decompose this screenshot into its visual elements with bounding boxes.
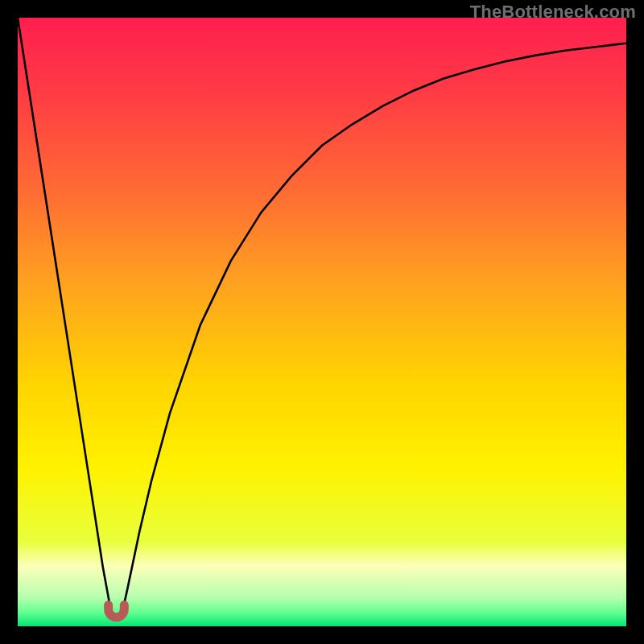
chart-svg (18, 18, 626, 626)
chart-frame: TheBottleneck.com (0, 0, 644, 644)
chart-background (18, 18, 626, 626)
watermark-label: TheBottleneck.com (470, 2, 636, 23)
chart-plot-area (18, 18, 626, 626)
